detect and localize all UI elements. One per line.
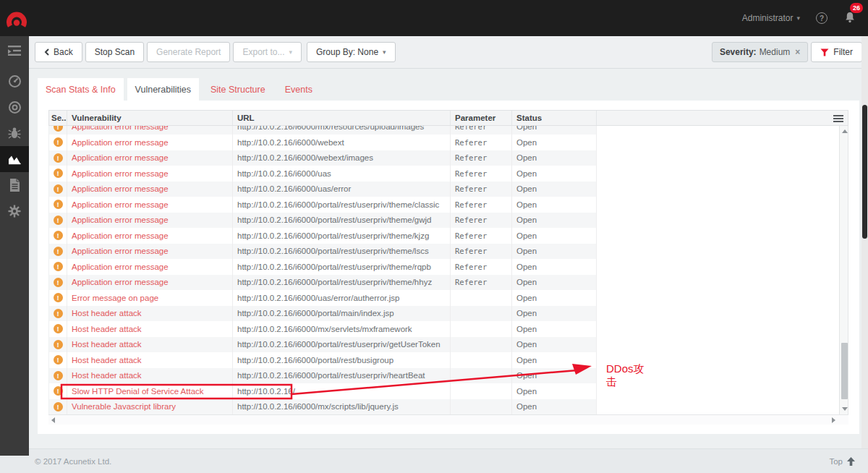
remove-filter-icon[interactable]: × bbox=[795, 47, 800, 57]
vulnerability-link[interactable]: Host header attack bbox=[72, 309, 142, 318]
sidebar-item-vulnerabilities[interactable] bbox=[0, 120, 29, 146]
column-header-url[interactable]: URL bbox=[233, 111, 451, 125]
column-header-vulnerability[interactable]: Vulnerability bbox=[67, 111, 233, 125]
export-to-button[interactable]: Export to... ▾ bbox=[233, 42, 302, 62]
table-row[interactable]: !Application error messagehttp://10.0.2.… bbox=[49, 182, 597, 197]
table-row[interactable]: !Application error messagehttp://10.0.2.… bbox=[49, 275, 597, 291]
column-header-status[interactable]: Status bbox=[512, 111, 597, 125]
back-button[interactable]: Back bbox=[35, 42, 82, 62]
page-scrollbar[interactable] bbox=[861, 36, 868, 448]
vulnerability-link[interactable]: Host header attack bbox=[72, 371, 142, 380]
severity-cell: ! bbox=[49, 182, 67, 197]
vulnerability-link[interactable]: Application error message bbox=[72, 231, 169, 240]
status-cell: Open bbox=[512, 213, 597, 229]
table-row[interactable]: !Application error messagehttp://10.0.2.… bbox=[49, 126, 597, 135]
table-row[interactable]: !Application error messagehttp://10.0.2.… bbox=[49, 150, 597, 166]
vulnerability-link[interactable]: Application error message bbox=[72, 216, 169, 224]
vulnerability-link[interactable]: Application error message bbox=[72, 278, 169, 286]
severity-cell: ! bbox=[49, 244, 67, 260]
status-cell: Open bbox=[512, 399, 597, 415]
stop-scan-button[interactable]: Stop Scan bbox=[85, 42, 144, 62]
tab-vulnerabilities[interactable]: Vulnerabilities bbox=[127, 78, 199, 101]
table-row[interactable]: !Application error messagehttp://10.0.2.… bbox=[49, 259, 597, 275]
scroll-down-arrow[interactable] bbox=[842, 407, 848, 411]
table-row[interactable]: !Application error messagehttp://10.0.2.… bbox=[49, 135, 597, 150]
vulnerability-link[interactable]: Host header attack bbox=[72, 356, 142, 365]
vulnerability-link[interactable]: Application error message bbox=[72, 153, 169, 162]
table-row[interactable]: !Host header attackhttp://10.0.2.16/i600… bbox=[49, 306, 597, 322]
acunetix-logo-icon[interactable] bbox=[7, 8, 27, 28]
table-row[interactable]: !Slow HTTP Denial of Service Attackhttp:… bbox=[49, 383, 597, 399]
url-cell: http://10.0.2.16/i6000/portal/rest/userp… bbox=[233, 197, 451, 213]
table-row[interactable]: !Application error messagehttp://10.0.2.… bbox=[49, 197, 597, 213]
vulnerability-link[interactable]: Application error message bbox=[72, 247, 169, 255]
vulnerability-cell: Host header attack bbox=[67, 352, 233, 368]
columns-menu-icon[interactable] bbox=[833, 114, 843, 124]
sidebar-item-dashboard[interactable] bbox=[0, 68, 29, 94]
parameter-cell bbox=[451, 290, 512, 306]
status-cell: Open bbox=[512, 337, 597, 353]
sidebar-item-reports[interactable] bbox=[0, 172, 29, 198]
vulnerability-link[interactable]: Application error message bbox=[72, 200, 169, 209]
table-row[interactable]: !Host header attackhttp://10.0.2.16/i600… bbox=[49, 321, 597, 337]
group-by-button[interactable]: Group By: None ▾ bbox=[307, 42, 396, 62]
vulnerability-cell: Host header attack bbox=[67, 337, 233, 353]
severity-cell: ! bbox=[49, 290, 67, 306]
vertical-scroll-thumb[interactable] bbox=[841, 343, 848, 399]
vulnerability-cell: Application error message bbox=[67, 259, 233, 275]
table-row[interactable]: !Application error messagehttp://10.0.2.… bbox=[49, 166, 597, 182]
arrow-up-icon bbox=[847, 457, 855, 466]
severity-medium-icon: ! bbox=[54, 262, 63, 271]
scroll-right-arrow[interactable] bbox=[832, 417, 835, 423]
user-menu-button[interactable]: Administrator ▾ bbox=[742, 13, 800, 23]
page-scroll-thumb[interactable] bbox=[862, 105, 867, 239]
table-row[interactable]: !Error message on pagehttp://10.0.2.16/i… bbox=[49, 290, 597, 306]
sidebar-item-settings[interactable] bbox=[0, 198, 29, 224]
notifications-button[interactable]: 26 bbox=[843, 10, 858, 26]
toolbar: Back Stop Scan Generate Report Export to… bbox=[29, 36, 868, 69]
table-row[interactable]: !Application error messagehttp://10.0.2.… bbox=[49, 244, 597, 260]
vulnerability-link[interactable]: Error message on page bbox=[72, 294, 158, 302]
url-cell: http://10.0.2.16/i6000/portal/main/index… bbox=[233, 306, 451, 322]
parameter-cell bbox=[451, 383, 512, 399]
column-header-se[interactable]: Se... bbox=[49, 111, 67, 125]
vulnerability-link[interactable]: Slow HTTP Denial of Service Attack bbox=[72, 387, 204, 396]
vulnerability-cell: Application error message bbox=[67, 244, 233, 260]
filter-button[interactable]: Filter bbox=[811, 42, 862, 62]
vulnerability-link[interactable]: Application error message bbox=[72, 184, 169, 193]
vulnerability-link[interactable]: Host header attack bbox=[72, 340, 142, 349]
table-row[interactable]: !Host header attackhttp://10.0.2.16/i600… bbox=[49, 337, 597, 353]
table-row[interactable]: !Application error messagehttp://10.0.2.… bbox=[49, 228, 597, 244]
sidebar-item-targets[interactable] bbox=[0, 94, 29, 120]
vulnerability-link[interactable]: Application error message bbox=[72, 263, 169, 271]
severity-medium-icon: ! bbox=[54, 184, 63, 194]
severity-filter-chip[interactable]: Severity: Medium × bbox=[712, 42, 808, 62]
vulnerability-link[interactable]: Application error message bbox=[72, 126, 169, 131]
severity-cell: ! bbox=[49, 337, 67, 353]
column-header-parameter[interactable]: Parameter bbox=[451, 111, 512, 125]
vulnerability-link[interactable]: Application error message bbox=[72, 169, 169, 178]
back-to-top-link[interactable]: Top bbox=[829, 457, 855, 466]
scroll-up-arrow[interactable] bbox=[842, 129, 848, 133]
table-row[interactable]: !Vulnerable Javascript libraryhttp://10.… bbox=[49, 399, 597, 415]
vulnerability-link[interactable]: Application error message bbox=[72, 138, 169, 147]
table-row[interactable]: !Application error messagehttp://10.0.2.… bbox=[49, 213, 597, 229]
tab-site-structure[interactable]: Site Structure bbox=[203, 78, 273, 101]
sidebar-toggle-button[interactable] bbox=[0, 36, 29, 65]
severity-medium-icon: ! bbox=[54, 137, 63, 147]
table-row[interactable]: !Host header attackhttp://10.0.2.16/i600… bbox=[49, 368, 597, 384]
severity-cell: ! bbox=[49, 399, 67, 415]
parameter-cell: Referer bbox=[451, 150, 512, 166]
tab-scan-stats-info[interactable]: Scan Stats & Info bbox=[38, 78, 124, 101]
table-horizontal-scrollbar[interactable] bbox=[48, 414, 848, 425]
table-row[interactable]: !Host header attackhttp://10.0.2.16/i600… bbox=[49, 352, 597, 368]
url-cell: http://10.0.2.16/i6000/uas/error/autherr… bbox=[233, 290, 451, 306]
vulnerability-link[interactable]: Host header attack bbox=[72, 325, 142, 333]
table-vertical-scrollbar[interactable] bbox=[839, 126, 848, 414]
help-icon[interactable]: ? bbox=[816, 12, 827, 24]
scroll-left-arrow[interactable] bbox=[51, 417, 55, 423]
generate-report-button[interactable]: Generate Report bbox=[147, 42, 230, 62]
tab-events[interactable]: Events bbox=[277, 78, 320, 101]
sidebar-item-scans[interactable] bbox=[0, 146, 29, 172]
vulnerability-link[interactable]: Vulnerable Javascript library bbox=[72, 402, 176, 411]
